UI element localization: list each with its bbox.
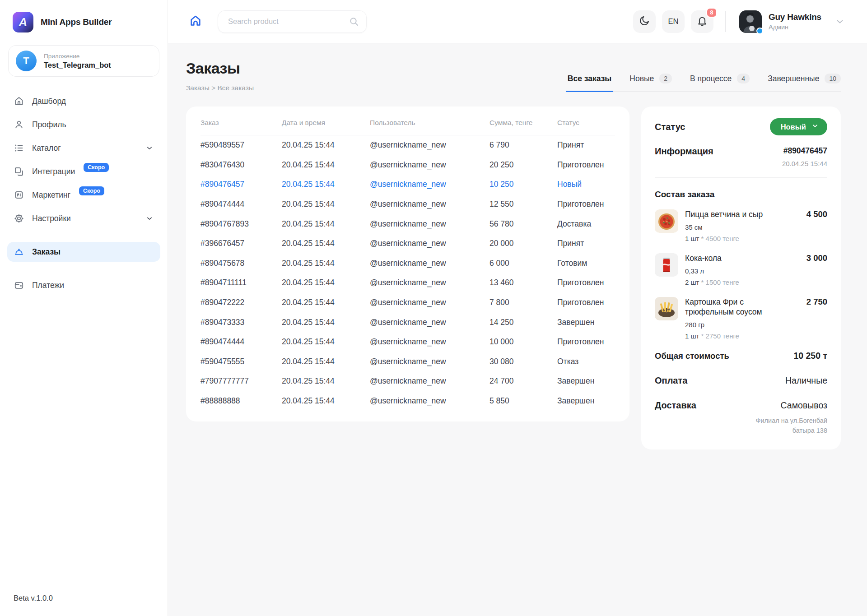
tab-label: Все заказы bbox=[568, 74, 612, 83]
item-total: 4 500 bbox=[806, 209, 827, 219]
order-amount: 10 250 bbox=[489, 180, 557, 189]
order-datetime: 20.04.25 15:44 bbox=[782, 160, 827, 167]
order-status: Приготовлен bbox=[557, 298, 615, 307]
status-label: Статус bbox=[655, 122, 685, 132]
chevron-down-icon bbox=[834, 16, 845, 27]
tab-completed[interactable]: Завершенные 10 bbox=[768, 74, 841, 91]
status-dropdown[interactable]: Новый bbox=[770, 118, 827, 135]
order-id: #590489557 bbox=[200, 140, 282, 150]
order-amount: 30 080 bbox=[489, 357, 557, 366]
order-item-info: Картошка Фри с трюфельным соусом 280 гр … bbox=[685, 297, 800, 340]
chevron-down-icon bbox=[145, 214, 154, 223]
table-row[interactable]: #890476457 20.04.25 15:44 @usernickname_… bbox=[200, 175, 615, 195]
tab-new[interactable]: Новые 2 bbox=[629, 74, 672, 91]
chevron-down-icon bbox=[145, 144, 154, 153]
table-row[interactable]: #830476430 20.04.25 15:44 @usernickname_… bbox=[200, 155, 615, 175]
sidebar-item-integrations[interactable]: Интеграции Скоро bbox=[7, 162, 160, 181]
table-row[interactable]: #890474444 20.04.25 15:44 @usernickname_… bbox=[200, 332, 615, 352]
table-row[interactable]: #396676457 20.04.25 15:44 @usernickname_… bbox=[200, 234, 615, 254]
language-button[interactable]: EN bbox=[662, 10, 685, 33]
info-values: #890476457 20.04.25 15:44 bbox=[782, 146, 827, 167]
order-user: @usernickname_new bbox=[370, 376, 489, 386]
order-id: #8904767893 bbox=[200, 219, 282, 229]
orders-content: Заказ Дата и время Пользователь Сумма, т… bbox=[186, 107, 841, 449]
breadcrumb: Заказы > Все заказы bbox=[186, 84, 254, 92]
order-id: #590475555 bbox=[200, 357, 282, 366]
breadcrumb-root[interactable]: Заказы bbox=[186, 84, 210, 92]
order-user: @usernickname_new bbox=[370, 180, 489, 189]
sidebar-item-marketing[interactable]: Маркетинг Скоро bbox=[7, 185, 160, 205]
pizza-photo bbox=[655, 209, 678, 233]
order-id: #890472222 bbox=[200, 298, 282, 307]
order-datetime: 20.04.25 15:44 bbox=[282, 199, 370, 209]
sidebar-item-label: Профиль bbox=[32, 120, 66, 130]
order-datetime: 20.04.25 15:44 bbox=[282, 396, 370, 406]
table-row[interactable]: #8904767893 20.04.25 15:44 @usernickname… bbox=[200, 214, 615, 234]
total-row: Общая стоимость 10 250 т bbox=[655, 351, 827, 361]
order-user: @usernickname_new bbox=[370, 199, 489, 209]
user-avatar bbox=[739, 10, 762, 33]
sidebar-item-profile[interactable]: Профиль bbox=[7, 115, 160, 134]
order-id: #8904711111 bbox=[200, 278, 282, 287]
user-menu[interactable]: Guy Hawkins Админ bbox=[739, 10, 845, 33]
tab-all-orders[interactable]: Все заказы bbox=[568, 74, 612, 91]
order-status: Завершен bbox=[557, 318, 615, 327]
notifications-badge: 8 bbox=[706, 8, 717, 18]
table-row[interactable]: #88888888 20.04.25 15:44 @usernickname_n… bbox=[200, 391, 615, 411]
order-amount: 13 460 bbox=[489, 278, 557, 287]
table-row[interactable]: #8904711111 20.04.25 15:44 @usernickname… bbox=[200, 273, 615, 293]
order-id: #890473333 bbox=[200, 318, 282, 327]
sidebar-item-label: Дашборд bbox=[32, 97, 66, 106]
page-head: Заказы Заказы > Все заказы Все заказы Но… bbox=[186, 60, 841, 92]
sidebar-item-label: Каталог bbox=[32, 144, 61, 153]
table-row[interactable]: #890473333 20.04.25 15:44 @usernickname_… bbox=[200, 312, 615, 332]
order-item: Пицца ветчина и сыр 35 см 1 шт * 4500 те… bbox=[655, 209, 827, 242]
version-label: Beta v.1.0.0 bbox=[0, 594, 168, 616]
column-header: Статус bbox=[557, 119, 615, 127]
status-value: Новый bbox=[781, 123, 806, 131]
order-user: @usernickname_new bbox=[370, 337, 489, 347]
multiply-sign: * bbox=[701, 235, 704, 242]
list-icon bbox=[14, 143, 24, 153]
search-input[interactable] bbox=[218, 10, 367, 33]
table-row[interactable]: #590489557 20.04.25 15:44 @usernickname_… bbox=[200, 135, 615, 155]
order-status: Отказ bbox=[557, 357, 615, 366]
app-brand: A Mini Apps Builder bbox=[0, 0, 168, 35]
item-qty: 1 шт bbox=[685, 332, 699, 340]
order-amount: 12 550 bbox=[489, 199, 557, 209]
order-number: #890476457 bbox=[782, 146, 827, 156]
home-button[interactable] bbox=[187, 12, 204, 31]
notifications-button[interactable]: 8 bbox=[691, 10, 713, 33]
theme-toggle-button[interactable] bbox=[633, 10, 656, 33]
tab-in-progress[interactable]: В процессе 4 bbox=[690, 74, 750, 91]
app-card-label: Приложение bbox=[44, 53, 111, 60]
sidebar-item-label: Маркетинг bbox=[32, 190, 70, 200]
order-status: Доставка bbox=[557, 219, 615, 229]
sidebar-item-catalog[interactable]: Каталог bbox=[7, 138, 160, 158]
sidebar-item-payments[interactable]: Платежи bbox=[7, 275, 160, 295]
table-row[interactable]: #890472222 20.04.25 15:44 @usernickname_… bbox=[200, 293, 615, 313]
order-user: @usernickname_new bbox=[370, 239, 489, 248]
column-header: Сумма, тенге bbox=[489, 119, 557, 127]
order-tabs: Все заказы Новые 2 В процессе 4 Завершен… bbox=[568, 74, 841, 92]
app-selector-card[interactable]: T Приложение Test_Telegram_bot bbox=[8, 45, 159, 77]
sidebar-item-settings[interactable]: Настройки bbox=[7, 208, 160, 228]
payment-value: Наличные bbox=[785, 375, 827, 386]
order-user: @usernickname_new bbox=[370, 160, 489, 170]
orders-cloche-icon bbox=[14, 246, 24, 257]
page-title: Заказы bbox=[186, 60, 254, 77]
order-amount: 56 780 bbox=[489, 219, 557, 229]
sidebar-item-dashboard[interactable]: Дашборд bbox=[7, 91, 160, 111]
marketing-icon bbox=[14, 190, 24, 200]
order-item: Кока-кола 0,33 л 2 шт * 1500 тенге 3 000 bbox=[655, 253, 827, 286]
table-row[interactable]: #590475555 20.04.25 15:44 @usernickname_… bbox=[200, 352, 615, 372]
item-name: Картошка Фри с трюфельным соусом bbox=[685, 297, 782, 318]
app-logo: A bbox=[13, 12, 33, 32]
sidebar-item-orders[interactable]: Заказы bbox=[7, 242, 160, 262]
table-row[interactable]: #7907777777 20.04.25 15:44 @usernickname… bbox=[200, 371, 615, 391]
table-row[interactable]: #890474444 20.04.25 15:44 @usernickname_… bbox=[200, 195, 615, 214]
wallet-icon bbox=[14, 280, 24, 291]
table-row[interactable]: #890475678 20.04.25 15:44 @usernickname_… bbox=[200, 254, 615, 273]
order-items-title: Состав заказа bbox=[655, 190, 827, 199]
order-datetime: 20.04.25 15:44 bbox=[282, 259, 370, 268]
